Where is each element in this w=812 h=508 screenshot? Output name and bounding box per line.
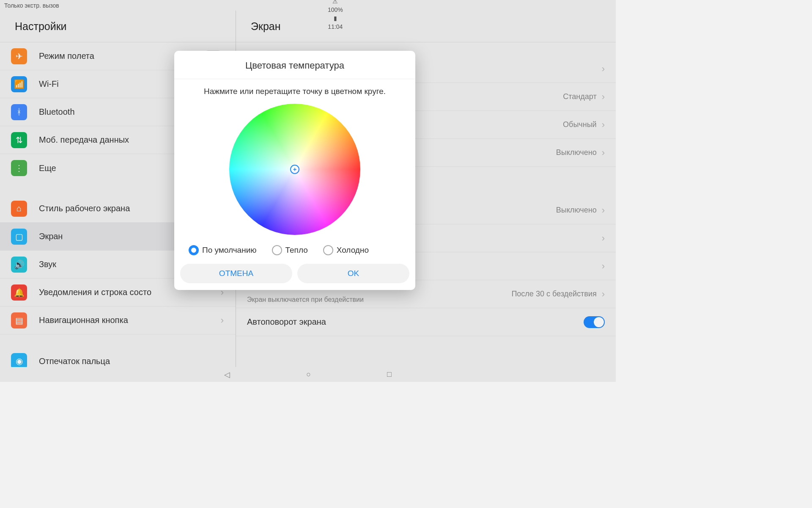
radio-label-cold: Холодно (337, 246, 369, 255)
radio-label-default: По умолчанию (202, 246, 257, 255)
temp-radio-group: По умолчанию Тепло Холодно (174, 243, 415, 261)
ok-button[interactable]: OK (297, 264, 409, 283)
dialog-instruction: Нажмите или перетащите точку в цветном к… (174, 79, 415, 100)
color-wheel[interactable]: + (229, 104, 360, 235)
cancel-button[interactable]: ОТМЕНА (180, 264, 292, 283)
radio-cold[interactable]: Холодно (323, 245, 369, 255)
radio-icon (323, 245, 333, 255)
color-target-handle[interactable]: + (290, 165, 299, 174)
dialog-title: Цветовая температура (174, 51, 415, 79)
radio-icon (189, 245, 199, 255)
radio-warm[interactable]: Тепло (272, 245, 308, 255)
color-temp-dialog: Цветовая температура Нажмите или перетащ… (174, 51, 415, 290)
radio-default[interactable]: По умолчанию (189, 245, 257, 255)
radio-label-warm: Тепло (285, 246, 308, 255)
radio-icon (272, 245, 282, 255)
